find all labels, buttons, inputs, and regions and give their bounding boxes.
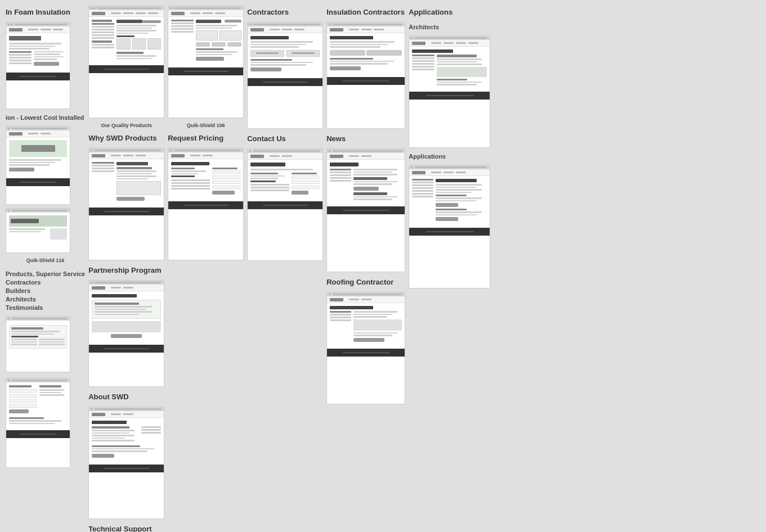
col-right	[34, 51, 67, 67]
contacts	[171, 179, 210, 190]
sidebar-item	[412, 63, 434, 65]
nav-link	[28, 29, 38, 30]
action-btn[interactable]	[92, 454, 114, 458]
sidebar-item	[92, 170, 114, 172]
sidebar-item	[412, 60, 434, 62]
text-line	[330, 61, 395, 62]
mockup-header	[89, 6, 164, 10]
nav-link	[349, 29, 359, 30]
form-field[interactable]	[212, 175, 240, 179]
text-line	[250, 175, 285, 177]
sidebar-item	[9, 60, 32, 61]
partner-btn[interactable]	[111, 334, 142, 338]
sidebar-item	[412, 187, 433, 189]
text-line	[9, 228, 45, 230]
request-btn[interactable]	[142, 20, 162, 23]
page-group-lowest-cost: ion - Lowest Cost Installed	[6, 112, 85, 205]
arch-main	[437, 55, 487, 87]
mockup-nav	[409, 169, 490, 176]
learn-more-btn2[interactable]	[436, 217, 458, 221]
text-line	[250, 178, 277, 179]
why-swd	[117, 52, 161, 59]
sidebar-item	[92, 31, 114, 33]
form-field[interactable]	[212, 181, 240, 184]
call-title	[11, 327, 43, 330]
sidebar-item	[412, 179, 433, 181]
sidebar-item	[330, 319, 351, 321]
text-line	[436, 192, 472, 193]
form-field[interactable]	[292, 181, 320, 184]
request-btn[interactable]	[225, 20, 241, 22]
mockup-nav	[327, 296, 405, 303]
nav-link	[361, 155, 371, 157]
mockup-header	[168, 148, 243, 152]
form-title	[9, 385, 32, 387]
page-title	[330, 306, 373, 309]
form-title	[212, 168, 238, 169]
page-group-foam: In Foam Insulation	[6, 6, 85, 109]
text-line	[9, 420, 61, 422]
mockup-footer	[6, 178, 70, 186]
page-group-contact: Contact Us	[247, 132, 323, 261]
text-line	[250, 41, 313, 43]
page-group-architects: Architects	[409, 22, 490, 148]
mockup-nav	[409, 40, 490, 47]
mockup-content	[89, 418, 164, 462]
form-label	[292, 173, 317, 174]
banner	[437, 67, 487, 77]
form-field	[9, 404, 37, 408]
nav-link	[203, 12, 213, 14]
nav-link	[123, 413, 133, 415]
submit-btn[interactable]	[9, 409, 29, 413]
learn-more-btn[interactable]	[353, 187, 379, 191]
link-grid	[11, 339, 65, 346]
text-line	[117, 175, 156, 177]
contractor-btn[interactable]	[196, 57, 224, 61]
applications-label-area: Applications	[409, 6, 490, 19]
dot	[11, 24, 12, 25]
action-btn[interactable]	[117, 197, 145, 201]
label-insulation-contractors: Insulation Contractors	[326, 8, 405, 16]
nav-logo	[330, 155, 343, 158]
dot	[8, 380, 10, 381]
page-group-quik106: Quik-Shield 106	[168, 6, 244, 128]
text-line	[39, 344, 65, 345]
app-sidebar	[412, 179, 433, 223]
form-field[interactable]	[292, 186, 320, 189]
page-title	[92, 294, 137, 297]
label-foam-insulation: In Foam Insulation	[6, 8, 85, 16]
mockup-nav	[89, 152, 164, 159]
form-field[interactable]	[212, 170, 240, 174]
sidebar-item	[141, 426, 161, 428]
learn-more-btn[interactable]	[436, 203, 458, 207]
product-name	[11, 219, 39, 223]
contractor-btn[interactable]	[330, 66, 361, 70]
two-col	[92, 162, 161, 202]
form-field[interactable]	[212, 186, 240, 189]
browse-btn[interactable]	[353, 338, 384, 342]
mockup-footer	[6, 430, 70, 438]
phone	[250, 181, 276, 182]
text-line	[330, 41, 395, 43]
address-bar	[95, 150, 161, 151]
product-item	[132, 38, 146, 49]
submit-btn[interactable]	[212, 191, 235, 195]
mockup-footer	[409, 92, 490, 100]
nav-logo	[412, 42, 425, 45]
label-architects: Architects	[6, 296, 85, 303]
dot	[170, 150, 172, 151]
news-sidebar	[330, 169, 351, 201]
nav-logo	[250, 28, 264, 31]
text-line	[117, 173, 152, 175]
label-why-swd: Why SWD Products	[88, 134, 164, 142]
text-line	[353, 174, 397, 175]
submit-btn[interactable]	[292, 191, 308, 195]
sidebar-item	[330, 169, 351, 170]
form-field[interactable]	[292, 175, 320, 179]
type-btn-1	[330, 50, 365, 56]
col-left	[171, 20, 194, 62]
nav-logo	[171, 12, 185, 15]
text-line	[34, 58, 57, 60]
contractor-btn[interactable]	[250, 67, 281, 71]
page-group-applications-detail: Applications	[409, 151, 490, 288]
